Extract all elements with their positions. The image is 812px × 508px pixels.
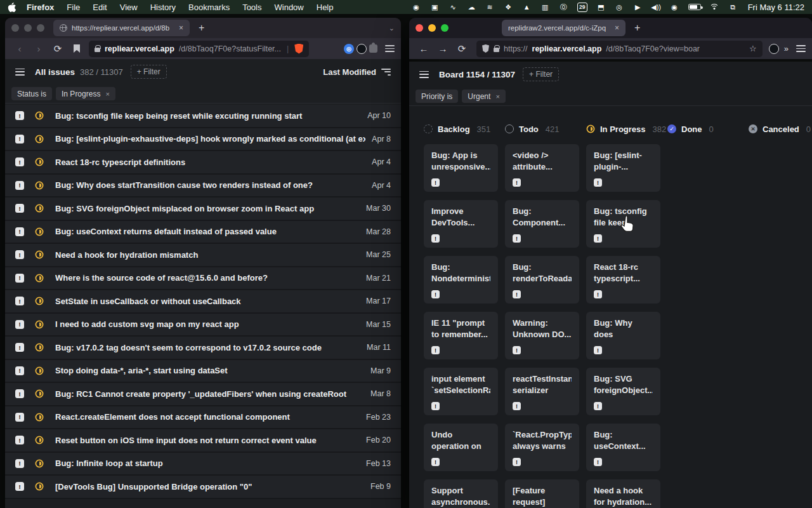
issue-row[interactable]: ! SetState in useCallback or without use… xyxy=(5,290,401,314)
issue-row[interactable]: ! Bug: useContext returns default instea… xyxy=(5,221,401,244)
status-in-progress-icon[interactable] xyxy=(35,227,44,236)
status-in-progress-icon[interactable] xyxy=(35,111,44,120)
right-browser-tab[interactable]: replidraw2.vercel.app/d/c-iZpq × xyxy=(502,20,625,36)
add-filter-button[interactable]: + Filter xyxy=(131,65,167,79)
sidebar-toggle-icon[interactable] xyxy=(15,69,25,76)
priority-urgent-icon[interactable]: ! xyxy=(15,413,24,422)
right-back-button[interactable]: ← xyxy=(416,41,432,57)
left-new-tab-button[interactable]: + xyxy=(199,22,204,34)
menubar-app-name[interactable]: Firefox xyxy=(27,3,54,12)
status-in-progress-icon[interactable] xyxy=(35,157,44,166)
priority-urgent-icon[interactable]: ! xyxy=(15,181,24,190)
status-in-progress-icon[interactable] xyxy=(35,204,44,213)
play-icon[interactable]: ▶ xyxy=(633,3,643,12)
board-card[interactable]: [Feature request] expo... ! xyxy=(505,479,579,508)
right-tab-close-icon[interactable]: × xyxy=(615,23,619,32)
menu-history[interactable]: History xyxy=(150,3,176,12)
board-card[interactable]: Need a hook for hydration... ! xyxy=(586,479,660,508)
board-card[interactable]: Bug: tsconfig file keep bein... ! xyxy=(586,200,660,248)
left-reload-button[interactable]: ⟳ xyxy=(49,41,66,57)
status-in-progress-icon[interactable] xyxy=(35,320,44,329)
priority-urgent-icon[interactable]: ! xyxy=(15,274,24,283)
status-in-progress-icon[interactable] xyxy=(35,459,44,468)
left-back-button[interactable]: ‹ xyxy=(11,41,28,57)
layout-icon[interactable]: ▥ xyxy=(540,3,550,12)
issue-row[interactable]: ! React 18-rc typescript definitions Apr… xyxy=(5,151,401,175)
onepassword-extension-icon[interactable]: ◎ xyxy=(344,44,354,54)
record-icon[interactable]: ◉ xyxy=(412,3,421,12)
priority-urgent-icon[interactable]: ! xyxy=(15,366,24,375)
left-forward-button[interactable]: › xyxy=(30,41,47,57)
warp-icon[interactable]: ▲ xyxy=(522,3,532,12)
left-menu-icon[interactable] xyxy=(385,45,395,52)
issue-row[interactable]: ! Stop doing data-*, aria-*, start using… xyxy=(5,360,401,384)
board-scroll-area[interactable]: Backlog351 Bug: App is unresponsive... !… xyxy=(409,110,812,508)
filter-field-chip[interactable]: Status is xyxy=(11,87,52,100)
priority-urgent-icon[interactable]: ! xyxy=(15,250,24,259)
priority-urgent-icon[interactable]: ! xyxy=(15,320,24,329)
left-tab-overflow-icon[interactable]: ⌄ xyxy=(389,24,395,32)
status-in-progress-icon[interactable] xyxy=(35,250,44,259)
menu-file[interactable]: File xyxy=(67,3,80,12)
board-card[interactable]: Bug: useContext... ! xyxy=(586,424,660,471)
extensions-icon[interactable] xyxy=(369,44,377,53)
github-extension-icon[interactable] xyxy=(357,44,367,54)
priority-urgent-icon[interactable]: ! xyxy=(15,482,24,491)
bookmark-icon[interactable] xyxy=(74,44,80,53)
menu-help[interactable]: Help xyxy=(317,3,334,12)
priority-urgent-icon[interactable]: ! xyxy=(15,227,24,236)
issue-row[interactable]: ! Where is the source code of react@15.6… xyxy=(5,267,401,291)
filter-value-chip[interactable]: Urgent × xyxy=(462,90,505,103)
control-center-icon[interactable]: ⧉ xyxy=(728,3,738,12)
issue-row[interactable]: ! [DevTools Bug] Unsupported Bridge oper… xyxy=(5,476,401,499)
priority-urgent-icon[interactable]: ! xyxy=(15,436,24,444)
zoom-window-button[interactable] xyxy=(441,24,449,32)
apple-menu-icon[interactable] xyxy=(8,3,16,11)
board-card[interactable]: reactTestInstanc serializer ! xyxy=(505,368,579,415)
board-card[interactable]: input element `setSelectionRa ! xyxy=(424,368,498,415)
issue-row[interactable]: ! Bug: [eslint-plugin-exhaustive-deps] h… xyxy=(5,128,401,152)
zoom-window-button[interactable] xyxy=(37,24,44,32)
filter-value-chip[interactable]: In Progress × xyxy=(56,87,115,100)
issue-row[interactable]: ! Bug: Why does startTransition cause tw… xyxy=(5,175,401,198)
dropbox-icon[interactable]: ❖ xyxy=(504,3,513,12)
sort-icon[interactable] xyxy=(381,69,391,76)
right-new-tab-button[interactable]: + xyxy=(634,22,640,34)
board-card[interactable]: Improve DevTools... ! xyxy=(424,200,498,248)
priority-urgent-icon[interactable]: ! xyxy=(15,135,24,144)
board-card[interactable]: Bug: SVG foreignObject... ! xyxy=(586,368,660,415)
sidebar-toggle-icon[interactable] xyxy=(419,71,429,78)
status-in-progress-icon[interactable] xyxy=(35,274,44,283)
board-card[interactable]: Support asynchronous... ! xyxy=(424,479,498,508)
status-in-progress-icon[interactable] xyxy=(35,181,44,190)
issue-row[interactable]: ! Bug: SVG foreignObject misplaced on br… xyxy=(5,197,401,221)
left-window-controls[interactable] xyxy=(11,24,44,32)
minimize-window-button[interactable] xyxy=(428,24,436,32)
board-card[interactable]: IE 11 "prompt to remember... ! xyxy=(424,312,498,359)
right-menu-icon[interactable] xyxy=(796,45,806,52)
sync-icon[interactable]: ∿ xyxy=(449,3,458,12)
menu-tools[interactable]: Tools xyxy=(242,3,261,12)
calendar-icon[interactable]: 29 xyxy=(577,3,587,12)
board-card[interactable]: Bug: Component... ! xyxy=(505,200,579,248)
issue-row[interactable]: ! Need a hook for hydration mismatch Mar… xyxy=(5,244,401,267)
wifi-icon[interactable] xyxy=(710,3,719,11)
close-window-button[interactable] xyxy=(11,24,19,32)
issue-row[interactable]: ! Bug: v17.0.2 tag doesn't seem to corre… xyxy=(5,337,401,360)
overflow-menu-icon[interactable]: » xyxy=(784,44,787,53)
board-card[interactable]: `React.PropType always warns ab ! xyxy=(505,424,579,471)
priority-urgent-icon[interactable]: ! xyxy=(15,389,24,398)
issue-row[interactable]: ! Bug: tsconfig file keep being reset wh… xyxy=(5,105,401,128)
left-url-bar[interactable]: repliear.vercel.app/d/8bTaoq7F0e?statusF… xyxy=(89,41,309,57)
user-icon[interactable]: ◉ xyxy=(670,3,679,12)
menu-bookmarks[interactable]: Bookmarks xyxy=(188,3,230,12)
board-card[interactable]: React 18-rc typescript... ! xyxy=(586,256,660,304)
sort-label[interactable]: Last Modified xyxy=(323,67,376,77)
status-in-progress-icon[interactable] xyxy=(35,343,44,352)
board-card[interactable]: Bug: Nondeterminist... ! xyxy=(424,256,498,304)
status-in-progress-icon[interactable] xyxy=(35,482,44,491)
priority-urgent-icon[interactable]: ! xyxy=(15,157,24,166)
issue-row[interactable]: ! Bug: RC1 Cannot create property '_upda… xyxy=(5,383,401,406)
status-in-progress-icon[interactable] xyxy=(35,297,44,305)
right-url-bar[interactable]: https://repliear.vercel.app/d/8bTaoq7F0e… xyxy=(476,41,763,57)
